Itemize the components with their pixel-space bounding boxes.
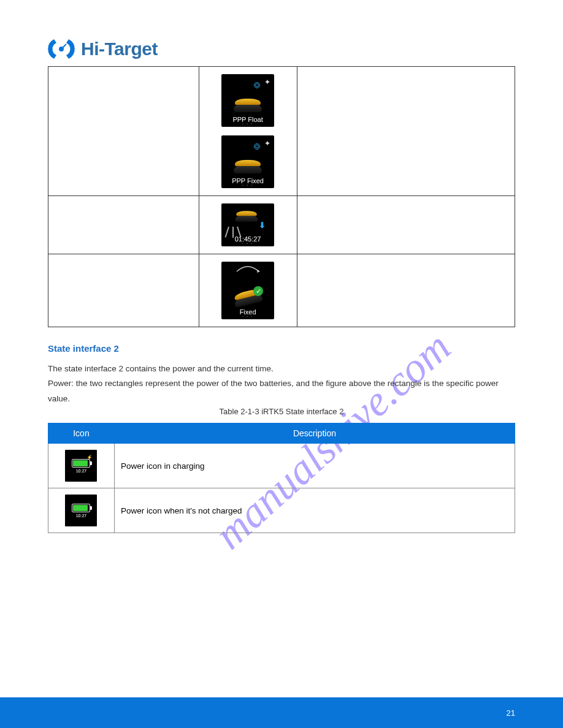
- signal-wave-icon: [253, 143, 261, 150]
- battery-time: 10:27: [76, 469, 87, 473]
- state-interface-2-table: Icon Description ⚡ 10:27 Power icon in c…: [48, 423, 515, 533]
- table2-header-icon: Icon: [48, 423, 115, 444]
- signal-wave-icon: [253, 82, 261, 89]
- download-icon: ⬇: [259, 221, 266, 230]
- table1-r3-desc: [297, 254, 515, 327]
- battery-icon: [72, 459, 90, 468]
- ppp-fixed-thumb: ✦ PPP Fixed • • •: [221, 135, 274, 188]
- table1-r2-desc: [297, 196, 515, 254]
- table1-r1-desc: [297, 67, 515, 196]
- tilt-arrow-icon: [233, 264, 262, 273]
- section-heading: State interface 2: [48, 343, 119, 354]
- battery-icon: [72, 504, 90, 512]
- ppp-float-thumb: ✦ PPP Float • • •: [221, 74, 274, 127]
- logo-mark-icon: [48, 36, 75, 63]
- table1-r2-thumbs: ⬇ 01:45:27 • • •: [199, 196, 297, 254]
- download-time-thumb: ⬇ 01:45:27 • • •: [221, 203, 274, 246]
- tilt-fixed-thumb: ✓ Fixed • • •: [221, 262, 274, 319]
- table2-r2-desc: Power icon when it's not charged: [114, 488, 515, 533]
- table2-r1-desc: Power icon in charging: [114, 444, 515, 488]
- table1-r3-thumbs: ✓ Fixed • • •: [199, 254, 297, 327]
- table2-r1-icon: ⚡ 10:27: [48, 444, 115, 488]
- check-ok-icon: ✓: [253, 286, 263, 296]
- table1-r1-thumbs: ✦ PPP Float • • • ✦ PPP Fixed • • •: [199, 67, 297, 196]
- battery-not-charging-thumb: 10:27: [65, 495, 97, 526]
- section-line1: The state interface 2 contains the power…: [48, 364, 274, 373]
- battery-time: 10:27: [76, 514, 87, 518]
- battery-charging-thumb: ⚡ 10:27: [65, 450, 97, 482]
- section-body: The state interface 2 contains the power…: [48, 362, 515, 406]
- satellite-icon: ✦: [264, 139, 270, 148]
- table1-r2-label: [48, 196, 199, 254]
- state-interface-1-table: ✦ PPP Float • • • ✦ PPP Fixed • • •: [48, 66, 515, 327]
- table1-r3-label: [48, 254, 199, 327]
- table2-caption: Table 2-1-3 iRTK5 State interface 2: [0, 407, 563, 416]
- table2-header-desc: Description: [114, 423, 515, 444]
- table2-r2-icon: 10:27: [48, 488, 115, 533]
- satellite-icon: ✦: [264, 78, 270, 86]
- page-number: 21: [507, 708, 515, 718]
- table1-r1-label: [48, 67, 199, 196]
- brand-name: Hi-Target: [81, 39, 158, 59]
- brand-logo: Hi-Target: [48, 36, 158, 63]
- section-line2: Power: the two rectangles represent the …: [48, 379, 499, 403]
- page-footer: 21: [0, 697, 563, 728]
